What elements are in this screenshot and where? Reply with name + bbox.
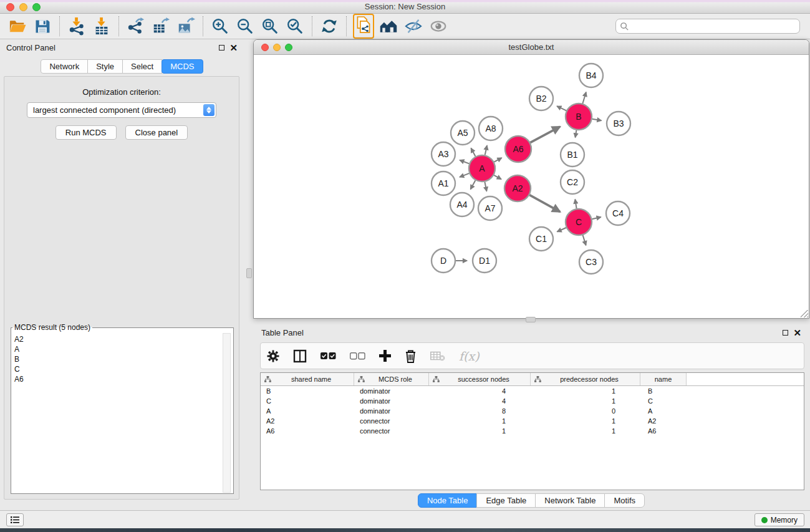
graph-edge-A-A1[interactable] xyxy=(460,173,469,177)
table-cell[interactable]: dominator xyxy=(354,397,429,405)
network-close-button[interactable] xyxy=(261,44,269,51)
save-session-icon[interactable] xyxy=(30,15,55,37)
export-table-icon[interactable] xyxy=(148,15,173,37)
table-cell[interactable]: B xyxy=(261,387,354,395)
export-image-icon[interactable] xyxy=(173,15,198,37)
graph-edge-A-A4[interactable] xyxy=(471,180,476,189)
graph-edge-C-C1[interactable] xyxy=(557,228,566,231)
graph-node-B4[interactable]: B4 xyxy=(579,64,603,87)
graph-edge-A-A6[interactable] xyxy=(494,158,501,162)
mcds-result-item[interactable]: A6 xyxy=(14,374,222,384)
graph-node-A1[interactable]: A1 xyxy=(432,172,455,195)
eye-icon[interactable] xyxy=(426,15,451,37)
open-file-icon[interactable] xyxy=(5,15,30,37)
optimization-criterion-select[interactable]: largest connected component (directed) xyxy=(27,102,216,118)
tab-select[interactable]: Select xyxy=(122,59,162,74)
graph-node-A6[interactable]: A6 xyxy=(505,136,531,162)
table-cell[interactable]: 8 xyxy=(429,407,531,415)
table-cell[interactable]: 1 xyxy=(531,417,640,425)
table-cell[interactable]: A xyxy=(261,407,354,415)
network-minimize-button[interactable] xyxy=(273,44,281,51)
search-input[interactable] xyxy=(615,19,800,34)
table-cell[interactable]: connector xyxy=(354,417,429,425)
mcds-result-list[interactable]: A2ABCA6 xyxy=(12,333,222,493)
graph-node-A7[interactable]: A7 xyxy=(478,196,502,220)
table-cell[interactable]: 4 xyxy=(429,397,531,405)
graph-edge-A-A3[interactable] xyxy=(460,160,469,164)
network-window-titlebar[interactable]: testGlobe.txt xyxy=(254,40,809,55)
graph-node-C4[interactable]: C4 xyxy=(606,201,630,225)
table-cell[interactable]: 1 xyxy=(531,397,640,405)
graph-node-C1[interactable]: C1 xyxy=(529,227,553,251)
graph-edge-C-C2[interactable] xyxy=(575,200,576,209)
graph-edge-A-A5[interactable] xyxy=(471,148,475,157)
graph-edge-C-C4[interactable] xyxy=(592,217,600,219)
network-file-icon[interactable] xyxy=(351,15,376,37)
graph-node-A[interactable]: A xyxy=(469,155,495,181)
table-settings-gear-icon[interactable] xyxy=(267,350,279,362)
table-row-A6[interactable]: A6connector11A6 xyxy=(261,426,804,436)
refresh-icon[interactable] xyxy=(317,15,342,37)
table-cell[interactable]: A xyxy=(640,407,687,415)
table-cell[interactable]: 1 xyxy=(429,417,531,425)
hide-eye-icon[interactable] xyxy=(401,15,426,37)
zoom-in-icon[interactable] xyxy=(208,15,233,37)
home-icon[interactable] xyxy=(376,15,401,37)
mcds-result-item[interactable]: A2 xyxy=(14,334,222,344)
table-cell[interactable]: C xyxy=(261,397,354,405)
mcds-result-item[interactable]: B xyxy=(14,354,222,364)
table-tab-motifs[interactable]: Motifs xyxy=(604,493,645,508)
table-cell[interactable]: A2 xyxy=(261,417,354,425)
table-cell[interactable]: 0 xyxy=(531,407,640,415)
graph-node-C[interactable]: C xyxy=(566,209,592,235)
table-cell[interactable]: 1 xyxy=(531,387,640,395)
graph-edge-A-A8[interactable] xyxy=(485,145,487,155)
graph-edge-A2-C[interactable] xyxy=(529,195,560,212)
table-cell[interactable]: B xyxy=(640,387,687,395)
table-tab-edge-table[interactable]: Edge Table xyxy=(476,493,536,508)
zoom-selected-icon[interactable] xyxy=(282,15,307,37)
graph-edge-A6-B[interactable] xyxy=(530,127,560,143)
vertical-splitter-handle[interactable] xyxy=(246,268,252,278)
zoom-out-icon[interactable] xyxy=(233,15,258,37)
table-cell[interactable]: 4 xyxy=(429,387,531,395)
deselect-all-rows-icon[interactable] xyxy=(350,352,365,360)
table-cell[interactable]: A2 xyxy=(640,417,687,425)
float-table-panel-icon[interactable] xyxy=(783,330,788,336)
tab-network[interactable]: Network xyxy=(41,59,88,74)
table-row-A2[interactable]: A2connector11A2 xyxy=(261,416,804,426)
close-table-panel-icon[interactable]: ✕ xyxy=(793,330,801,336)
network-canvas[interactable]: B4B2BB3A8A5A6A3B1AC2A1A2A4A7C4CC1DD1C3 xyxy=(254,55,809,318)
float-panel-icon[interactable] xyxy=(219,45,224,51)
graph-node-A3[interactable]: A3 xyxy=(432,142,455,166)
graph-node-A5[interactable]: A5 xyxy=(451,121,475,145)
graph-node-D[interactable]: D xyxy=(432,249,455,273)
graph-edge-A-A7[interactable] xyxy=(485,182,486,191)
table-row-A[interactable]: Adominator80A xyxy=(261,406,804,416)
table-row-C[interactable]: Cdominator41C xyxy=(261,396,804,406)
graph-node-C3[interactable]: C3 xyxy=(579,250,603,274)
graph-node-B2[interactable]: B2 xyxy=(529,87,553,110)
graph-edge-B-B2[interactable] xyxy=(557,106,566,110)
table-cell[interactable]: C xyxy=(640,397,687,405)
table-cell[interactable]: dominator xyxy=(354,387,429,395)
graph-node-B[interactable]: B xyxy=(566,104,592,130)
graph-node-B3[interactable]: B3 xyxy=(607,112,630,135)
run-mcds-button[interactable]: Run MCDS xyxy=(55,125,117,140)
delete-column-trash-icon[interactable] xyxy=(405,349,417,363)
mcds-result-item[interactable]: A xyxy=(14,344,222,354)
table-tab-node-table[interactable]: Node Table xyxy=(418,493,478,508)
column-header-successor-nodes[interactable]: successor nodes xyxy=(429,373,531,385)
graph-node-A2[interactable]: A2 xyxy=(504,175,531,201)
import-network-icon[interactable] xyxy=(64,15,89,37)
close-panel-icon[interactable]: ✕ xyxy=(229,45,238,51)
horizontal-splitter-handle[interactable] xyxy=(526,317,536,322)
column-header-predecessor-nodes[interactable]: predecessor nodes xyxy=(531,373,640,385)
task-history-button[interactable] xyxy=(6,513,24,526)
graph-node-D1[interactable]: D1 xyxy=(473,249,496,273)
export-network-icon[interactable] xyxy=(123,15,148,37)
select-all-rows-icon[interactable] xyxy=(321,352,336,360)
graph-node-A4[interactable]: A4 xyxy=(450,193,474,216)
network-maximize-button[interactable] xyxy=(285,44,292,51)
mcds-result-scrollbar[interactable] xyxy=(223,333,231,493)
